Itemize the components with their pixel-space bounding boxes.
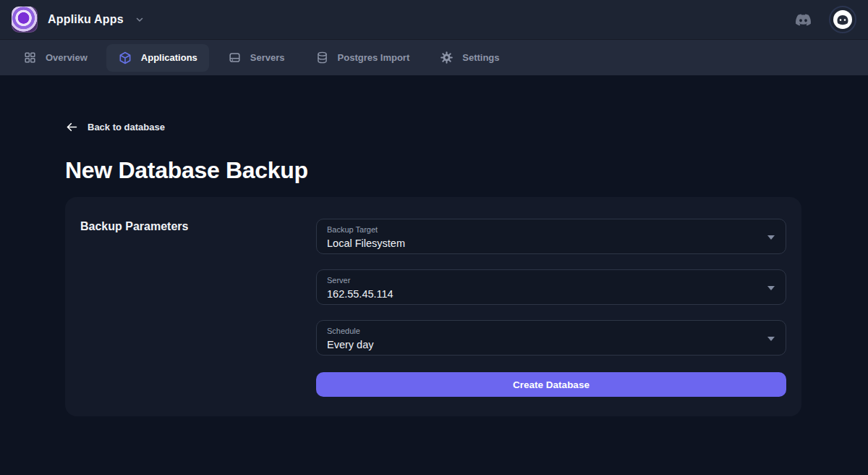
back-to-database-link[interactable]: Back to database: [65, 120, 165, 134]
database-icon: [315, 51, 329, 64]
grid-icon: [23, 51, 37, 64]
user-avatar[interactable]: [829, 6, 856, 33]
nav-label: Settings: [462, 52, 499, 63]
nav-item-settings[interactable]: Settings: [428, 44, 511, 71]
nav-label: Servers: [250, 52, 285, 63]
field-label: Server: [327, 276, 758, 285]
caret-down-icon: [767, 235, 775, 240]
chevron-down-icon: [135, 14, 145, 25]
server-select[interactable]: Server 162.55.45.114: [316, 269, 786, 305]
server-icon: [228, 51, 242, 64]
cube-icon: [118, 51, 132, 65]
main-content: Back to database New Database Backup Bac…: [0, 75, 868, 416]
nav-item-applications[interactable]: Applications: [106, 44, 209, 72]
schedule-select[interactable]: Schedule Every day: [316, 320, 786, 356]
app-switcher[interactable]: Appliku Apps: [12, 7, 145, 33]
gear-icon: [440, 51, 454, 64]
discord-icon[interactable]: [793, 12, 813, 28]
nav-label: Postgres Import: [338, 52, 410, 63]
nav-item-servers[interactable]: Servers: [216, 44, 297, 71]
top-bar: Appliku Apps: [0, 0, 868, 39]
create-database-button[interactable]: Create Database: [316, 372, 786, 397]
field-label: Schedule: [327, 327, 758, 336]
caret-down-icon: [767, 286, 775, 290]
section-label: Backup Parameters: [80, 219, 316, 233]
back-link-label: Back to database: [88, 122, 165, 133]
field-value: Every day: [327, 339, 758, 351]
appliku-logo: [12, 7, 38, 33]
nav-label: Applications: [141, 52, 197, 63]
arrow-left-icon: [65, 120, 79, 134]
field-value: 162.55.45.114: [327, 288, 758, 300]
page-title: New Database Backup: [65, 156, 803, 184]
backup-target-select[interactable]: Backup Target Local Filesystem: [316, 219, 786, 254]
field-label: Backup Target: [327, 225, 758, 235]
field-value: Local Filesystem: [327, 238, 758, 250]
backup-parameters-card: Backup Parameters Backup Target Local Fi…: [65, 197, 801, 416]
caret-down-icon: [767, 337, 775, 341]
nav-label: Overview: [46, 52, 88, 63]
avatar-face-icon: [833, 10, 852, 29]
main-nav: Overview Applications Servers Postgres I…: [0, 39, 868, 75]
nav-item-overview[interactable]: Overview: [12, 44, 99, 71]
nav-item-postgres-import[interactable]: Postgres Import: [304, 44, 422, 71]
app-name: Appliku Apps: [48, 13, 124, 26]
